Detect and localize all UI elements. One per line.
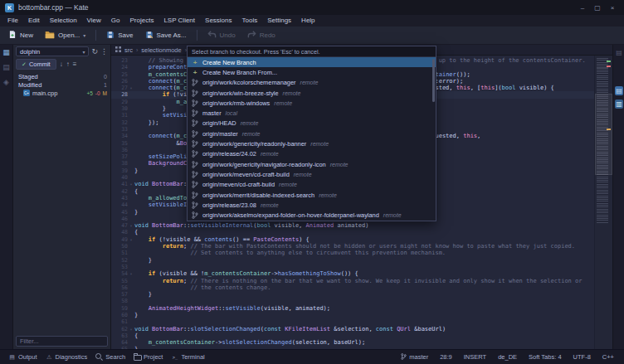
breadcrumb-link[interactable]: src xyxy=(124,46,133,54)
toolview-button[interactable]: Search xyxy=(91,350,129,364)
git-push-icon[interactable]: ↑ xyxy=(66,61,70,68)
fold-marker-icon[interactable] xyxy=(128,250,134,256)
minimize-button[interactable]: – xyxy=(576,2,589,13)
overflow-menu-icon[interactable]: ⋮ xyxy=(100,47,108,56)
search-toolview-icon[interactable]: ◈ xyxy=(3,78,9,86)
branch-list-item[interactable]: + origin/work/genericity/navigator-reado… xyxy=(188,159,436,169)
fold-marker-icon[interactable] xyxy=(128,243,134,250)
breadcrumb-link[interactable]: selectionmode xyxy=(141,46,181,54)
fold-marker-icon[interactable] xyxy=(128,326,134,332)
fold-marker-icon[interactable] xyxy=(128,284,134,291)
branch-list-item[interactable]: + origin/work/meven/cd-craft-build remot… xyxy=(188,169,436,179)
statusbar-segment[interactable]: de_DE xyxy=(492,353,523,361)
fold-marker-icon[interactable] xyxy=(128,147,134,153)
statusbar-segment[interactable]: C++ xyxy=(597,353,620,361)
statusbar-segment[interactable]: 28:9 xyxy=(434,353,458,361)
fold-marker-icon[interactable] xyxy=(128,216,134,222)
popup-scrollbar[interactable] xyxy=(432,59,435,102)
menu-item[interactable]: Help xyxy=(296,15,319,27)
fold-marker-icon[interactable] xyxy=(128,298,134,304)
fold-marker-icon[interactable] xyxy=(128,332,134,339)
documents-toolview-icon[interactable]: ▤ xyxy=(2,63,10,71)
save-button[interactable]: Save xyxy=(101,29,138,42)
refresh-icon[interactable]: ↻ xyxy=(91,47,98,56)
branch-list-item[interactable]: + origin/meven/cd-craft-build remote xyxy=(188,180,436,190)
toolview-button[interactable]: Diagnostics xyxy=(41,350,92,364)
fold-marker-icon[interactable] xyxy=(128,209,134,216)
git-pull-icon[interactable]: ↓ xyxy=(60,61,63,68)
fold-marker-icon[interactable] xyxy=(128,174,134,181)
branch-list-item[interactable]: + origin/work/rmb-windows remote xyxy=(188,98,436,108)
toolview-button[interactable]: Terminal xyxy=(167,350,208,364)
fold-marker-icon[interactable] xyxy=(128,126,134,133)
project-selector[interactable]: dolphin ▾ xyxy=(16,46,89,56)
branch-list-item[interactable]: + origin/release/23.08 remote xyxy=(188,200,436,210)
fold-marker-icon[interactable] xyxy=(128,305,134,312)
menu-item[interactable]: Tools xyxy=(237,15,263,27)
fold-marker-icon[interactable] xyxy=(128,133,134,139)
fold-marker-icon[interactable] xyxy=(128,339,134,346)
fold-marker-icon[interactable] xyxy=(128,99,134,105)
fold-marker-icon[interactable] xyxy=(128,291,134,298)
fold-marker-icon[interactable] xyxy=(128,188,134,195)
staged-group-row[interactable]: Staged 0 xyxy=(13,72,110,80)
branch-list-item[interactable]: + Create New Branch xyxy=(188,57,436,67)
fold-marker-icon[interactable] xyxy=(128,181,134,187)
menu-item[interactable]: Edit xyxy=(23,15,45,27)
fold-marker-icon[interactable] xyxy=(128,257,134,264)
fold-marker-icon[interactable] xyxy=(128,312,134,318)
menu-item[interactable]: Settings xyxy=(262,15,296,27)
redo-button[interactable]: Redo xyxy=(242,29,280,41)
fold-marker-icon[interactable] xyxy=(128,195,134,201)
fold-marker-icon[interactable] xyxy=(128,85,134,91)
fold-marker-icon[interactable] xyxy=(128,140,134,147)
projects-toolview-icon[interactable]: ▦ xyxy=(2,48,10,56)
fold-marker-icon[interactable] xyxy=(128,160,134,167)
git-branch-indicator[interactable]: master xyxy=(395,353,434,362)
minimap-scrollbar[interactable] xyxy=(594,56,612,349)
fold-marker-icon[interactable] xyxy=(128,57,134,64)
branch-list-item[interactable]: + origin/work/genericity/readonly-banner… xyxy=(188,138,436,148)
branch-list-item[interactable]: + origin/master remote xyxy=(188,129,436,138)
fold-marker-icon[interactable] xyxy=(128,112,134,119)
fold-marker-icon[interactable] xyxy=(128,318,134,325)
menu-item[interactable]: File xyxy=(2,15,23,27)
modified-file-row[interactable]: C+ main.cpp +5 -0 M xyxy=(13,89,110,97)
undo-button[interactable]: Undo xyxy=(202,29,241,41)
filesystem-toolview-icon[interactable]: ▥ xyxy=(615,99,623,109)
menu-item[interactable]: Projects xyxy=(124,15,158,27)
branch-list-item[interactable]: + Create New Branch From... xyxy=(188,67,436,77)
fold-marker-icon[interactable] xyxy=(128,236,134,243)
fold-marker-icon[interactable] xyxy=(128,167,134,174)
menu-item[interactable]: View xyxy=(82,15,106,27)
fold-marker-icon[interactable] xyxy=(128,105,134,112)
save-as-button[interactable]: Save As... xyxy=(140,29,192,42)
documents-list-toolview-icon[interactable]: ▤ xyxy=(615,86,623,95)
menu-item[interactable]: Go xyxy=(106,15,125,27)
symbol-outline-toolview-icon[interactable]: ▤ xyxy=(615,48,623,57)
branch-list-item[interactable]: + origin/release/24.02 remote xyxy=(188,149,436,159)
menu-item[interactable]: Sessions xyxy=(200,15,236,27)
menu-item[interactable]: Selection xyxy=(45,15,82,27)
git-menu-icon[interactable]: ≡ xyxy=(73,61,77,68)
fold-marker-icon[interactable] xyxy=(128,91,134,98)
branch-list-item[interactable]: + origin/work/kcolorschememanager remote xyxy=(188,78,436,88)
branch-list-item[interactable]: + master local xyxy=(188,108,436,118)
fold-marker-icon[interactable] xyxy=(128,222,134,229)
statusbar-segment[interactable]: INSERT xyxy=(458,353,492,361)
fold-marker-icon[interactable] xyxy=(128,201,134,208)
fold-marker-icon[interactable] xyxy=(128,153,134,160)
menu-item[interactable]: LSP Client xyxy=(158,15,200,27)
fold-marker-icon[interactable] xyxy=(128,119,134,126)
fold-marker-icon[interactable] xyxy=(128,278,134,284)
filter-input[interactable] xyxy=(16,336,108,347)
close-button[interactable]: × xyxy=(606,2,619,13)
fold-marker-icon[interactable] xyxy=(128,64,134,70)
toolview-button[interactable]: Output xyxy=(4,350,41,364)
branch-list-item[interactable]: + origin/work/akselmo/expand-folder-on-h… xyxy=(188,210,436,220)
new-button[interactable]: New xyxy=(3,28,38,42)
modified-group-row[interactable]: Modified 1 xyxy=(13,80,110,89)
fold-marker-icon[interactable] xyxy=(128,229,134,235)
branch-list-item[interactable]: + origin/HEAD remote xyxy=(188,119,436,129)
minimap-viewport[interactable] xyxy=(595,94,612,175)
